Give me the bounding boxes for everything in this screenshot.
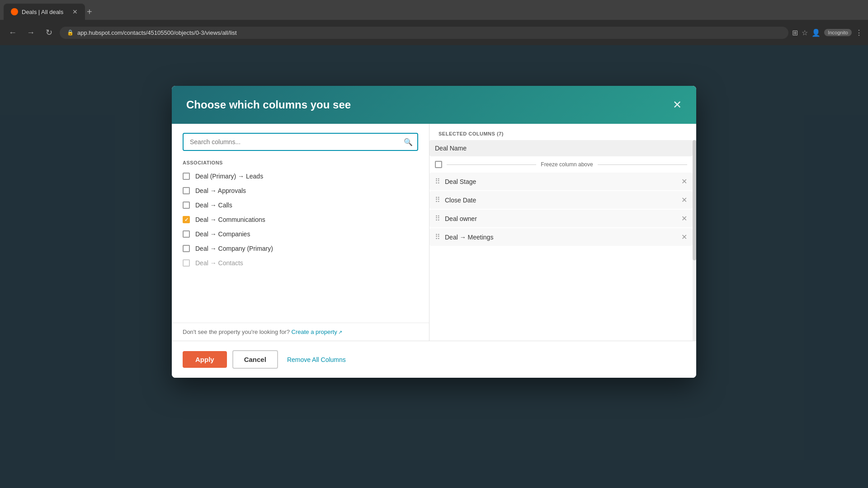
- checkbox-deal-calls[interactable]: [183, 202, 190, 209]
- remove-deal-owner-button[interactable]: ✕: [681, 215, 687, 222]
- create-property-bar: Don't see the property you're looking fo…: [172, 323, 429, 341]
- nav-bar: ← → ↻ 🔒 app.hubspot.com/contacts/4510550…: [0, 20, 868, 45]
- checkbox-deal-company-primary[interactable]: [183, 245, 190, 252]
- selected-item-label: Deal owner: [445, 215, 677, 222]
- external-link-icon: ↗: [338, 329, 342, 335]
- url-text: app.hubspot.com/contacts/45105500/object…: [77, 29, 237, 36]
- checkbox-deal-contacts[interactable]: [183, 259, 190, 267]
- selected-item-label: Deal Name: [435, 145, 687, 152]
- selected-list: Deal Name Freeze column above ⠿ D: [429, 140, 693, 341]
- refresh-button[interactable]: ↻: [42, 25, 56, 40]
- menu-icon[interactable]: ⋮: [855, 28, 863, 37]
- checkbox-deal-companies[interactable]: [183, 230, 190, 238]
- list-item[interactable]: Deal → Company (Primary): [172, 241, 429, 256]
- column-chooser-modal: Choose which columns you see ✕ 🔍 ASSOCIA…: [172, 86, 696, 378]
- checkbox-deal-primary-leads[interactable]: [183, 173, 190, 180]
- apply-button[interactable]: Apply: [183, 351, 227, 368]
- checkbox-deal-approvals[interactable]: [183, 187, 190, 194]
- new-tab-button[interactable]: +: [87, 7, 92, 17]
- tab-favicon: [11, 8, 18, 15]
- create-property-prompt: Don't see the property you're looking fo…: [183, 328, 290, 335]
- freeze-checkbox[interactable]: [435, 161, 442, 168]
- remove-all-columns-button[interactable]: Remove All Columns: [287, 356, 346, 363]
- list-item[interactable]: Deal → Communications: [172, 212, 429, 227]
- tab-close-button[interactable]: ✕: [72, 8, 78, 15]
- list-item[interactable]: Deal → Calls: [172, 198, 429, 212]
- item-label: Deal → Communications: [195, 216, 265, 223]
- freeze-line-right: [598, 164, 687, 165]
- create-property-link[interactable]: Create a property↗: [292, 328, 342, 335]
- browser-chrome: Deals | All deals ✕ + ← → ↻ 🔒 app.hubspo…: [0, 0, 868, 45]
- selected-item-deal-owner[interactable]: ⠿ Deal owner ✕: [429, 210, 693, 227]
- selected-item-deal-stage[interactable]: ⠿ Deal Stage ✕: [429, 173, 693, 190]
- cancel-button[interactable]: Cancel: [232, 350, 278, 369]
- remove-close-date-button[interactable]: ✕: [681, 197, 687, 204]
- nav-actions: ⊞ ☆ 👤 Incognito ⋮: [792, 28, 863, 37]
- search-input[interactable]: [183, 133, 418, 151]
- list-item[interactable]: Deal → Companies: [172, 227, 429, 241]
- item-label: Deal → Companies: [195, 230, 250, 238]
- active-tab[interactable]: Deals | All deals ✕: [4, 4, 85, 20]
- search-icon: 🔍: [404, 138, 413, 146]
- remove-deal-meetings-button[interactable]: ✕: [681, 234, 687, 241]
- selected-item-deal-name: Deal Name: [429, 140, 693, 156]
- selected-columns-header: SELECTED COLUMNS (7): [429, 124, 696, 140]
- page-background: Choose which columns you see ✕ 🔍 ASSOCIA…: [0, 45, 868, 488]
- item-label: Deal (Primary) → Leads: [195, 173, 263, 180]
- associations-section-label: ASSOCIATIONS: [172, 158, 429, 169]
- drag-handle: ⠿: [435, 233, 440, 241]
- drag-handle: ⠿: [435, 196, 440, 204]
- profile-icon[interactable]: 👤: [811, 28, 821, 37]
- modal-title: Choose which columns you see: [186, 99, 351, 111]
- cast-icon: ⊞: [792, 28, 798, 37]
- modal-footer: Apply Cancel Remove All Columns: [172, 341, 696, 378]
- forward-button[interactable]: →: [24, 25, 38, 40]
- back-button[interactable]: ←: [5, 25, 20, 40]
- selected-item-deal-meetings[interactable]: ⠿ Deal → Meetings ✕: [429, 228, 693, 246]
- security-icon: 🔒: [67, 29, 74, 36]
- drag-handle: ⠿: [435, 177, 440, 186]
- item-label: Deal → Approvals: [195, 187, 246, 194]
- freeze-row: Freeze column above: [429, 157, 693, 172]
- item-label: Deal → Company (Primary): [195, 245, 273, 252]
- tab-title: Deals | All deals: [22, 9, 63, 15]
- scrollbar-thumb: [693, 140, 696, 260]
- checkbox-deal-communications[interactable]: [183, 216, 190, 223]
- left-list-area: ASSOCIATIONS Deal (Primary) → Leads Deal…: [172, 151, 429, 323]
- item-label: Deal → Calls: [195, 202, 232, 209]
- selected-item-close-date[interactable]: ⠿ Close Date ✕: [429, 191, 693, 209]
- list-item[interactable]: Deal (Primary) → Leads: [172, 169, 429, 183]
- list-item[interactable]: Deal → Contacts: [172, 256, 429, 270]
- address-bar[interactable]: 🔒 app.hubspot.com/contacts/45105500/obje…: [60, 27, 788, 39]
- right-scrollbar[interactable]: [693, 140, 696, 341]
- selected-item-label: Deal → Meetings: [445, 234, 677, 241]
- list-item[interactable]: Deal → Approvals: [172, 183, 429, 198]
- incognito-badge: Incognito: [824, 29, 852, 36]
- remove-deal-stage-button[interactable]: ✕: [681, 178, 687, 185]
- selected-item-label: Close Date: [445, 197, 677, 204]
- modal-close-button[interactable]: ✕: [673, 99, 682, 110]
- search-container: 🔍: [172, 124, 429, 151]
- right-scroll-container: Deal Name Freeze column above ⠿ D: [429, 140, 696, 341]
- item-label: Deal → Contacts: [195, 259, 243, 267]
- freeze-line-left: [447, 164, 536, 165]
- modal-header: Choose which columns you see ✕: [172, 86, 696, 124]
- bookmark-icon[interactable]: ☆: [802, 28, 808, 37]
- freeze-label: Freeze column above: [541, 161, 593, 168]
- drag-handle: ⠿: [435, 214, 440, 223]
- tab-bar: Deals | All deals ✕ +: [0, 0, 868, 20]
- selected-item-label: Deal Stage: [445, 178, 677, 185]
- right-panel: SELECTED COLUMNS (7) Deal Name Freeze co…: [429, 124, 696, 341]
- left-panel: 🔍 ASSOCIATIONS Deal (Primary) → Leads De…: [172, 124, 429, 341]
- modal-body: 🔍 ASSOCIATIONS Deal (Primary) → Leads De…: [172, 124, 696, 341]
